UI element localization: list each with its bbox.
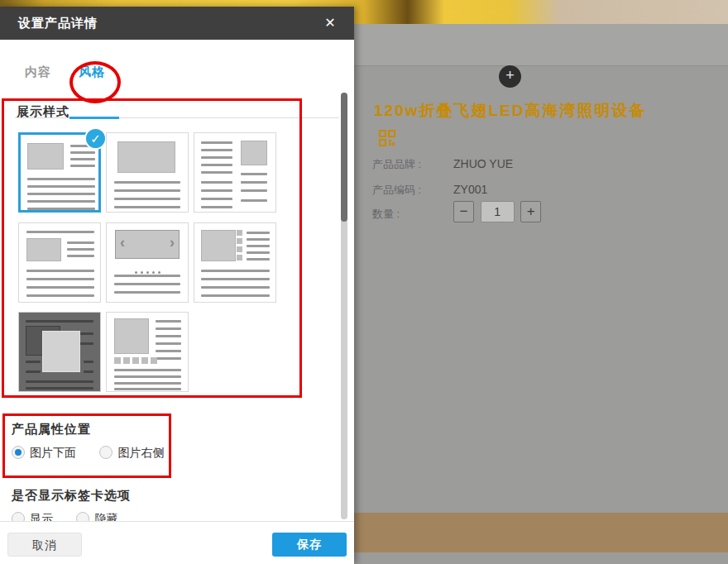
quantity-input[interactable]: 1	[481, 201, 515, 222]
display-style-heading: 展示样式	[17, 104, 69, 120]
lightbox-preview	[42, 331, 80, 372]
line	[70, 151, 95, 154]
line	[201, 164, 232, 166]
thumb-square	[237, 255, 242, 260]
radio-hide[interactable]: 隐藏	[76, 512, 117, 521]
page-top-bar	[354, 24, 728, 66]
quantity-stepper: − 1 +	[453, 201, 541, 222]
modal-header: 设置产品详情 ✕	[0, 7, 354, 40]
thumb-square	[141, 357, 148, 364]
radio-image-below[interactable]: 图片下面	[12, 446, 76, 461]
thumb-image	[26, 238, 61, 261]
line	[247, 232, 270, 234]
line	[247, 258, 270, 260]
thumb-image	[241, 141, 267, 165]
line	[26, 361, 41, 363]
line	[26, 387, 93, 390]
line	[241, 199, 267, 202]
scrollbar-thumb[interactable]	[341, 93, 347, 222]
line	[84, 370, 93, 373]
product-detail-settings-modal: 设置产品详情 ✕ 内容 风格 展示样式	[0, 7, 354, 564]
line	[67, 241, 94, 244]
save-button[interactable]: 保存	[272, 533, 347, 557]
line	[114, 382, 181, 385]
line	[156, 320, 181, 323]
selected-check-icon: ✓	[84, 127, 107, 150]
chevron-right-icon: ›	[170, 234, 175, 251]
line	[114, 291, 180, 294]
line	[26, 286, 94, 289]
tab-card-options: 显示 隐藏	[12, 511, 137, 521]
chevron-left-icon: ‹	[120, 234, 125, 251]
line	[201, 181, 232, 184]
quantity-plus-button[interactable]: +	[520, 201, 541, 222]
line	[241, 189, 267, 192]
line	[27, 200, 95, 203]
quantity-row: 数量 : − 1 +	[372, 207, 703, 222]
quantity-minus-button[interactable]: −	[453, 201, 474, 222]
radio-label: 隐藏	[94, 512, 117, 521]
line	[70, 158, 95, 160]
radio-unselected-icon	[12, 512, 25, 521]
line	[114, 375, 181, 378]
style-option-2-image-top[interactable]	[106, 132, 189, 213]
line	[26, 231, 94, 233]
line	[156, 342, 181, 345]
line	[27, 208, 95, 210]
page-footer-bar	[354, 513, 728, 552]
modal-title: 设置产品详情	[18, 16, 98, 31]
add-block-button[interactable]: +	[499, 65, 521, 88]
line	[114, 189, 180, 192]
line	[114, 181, 180, 184]
line	[156, 327, 181, 330]
thumb-image	[201, 230, 236, 261]
page-background: + 120w折叠飞翅LED高海湾照明设备 产品品牌 : ZHUO YUE	[354, 24, 728, 564]
style-option-4-title-image-left[interactable]	[18, 222, 101, 303]
line	[201, 171, 232, 174]
line	[114, 388, 181, 390]
screen: + 120w折叠飞翅LED高海湾照明设备 产品品牌 : ZHUO YUE	[0, 0, 728, 564]
attr-position-heading: 产品属性位置	[12, 422, 91, 437]
line	[201, 189, 232, 192]
style-option-3-text-left-image-right[interactable]	[194, 132, 276, 213]
code-label: 产品编码 :	[372, 184, 421, 196]
line	[201, 206, 232, 208]
line	[67, 255, 94, 257]
tab-content[interactable]: 内容	[25, 65, 51, 80]
brand-row: 产品品牌 : ZHUO YUE	[372, 157, 703, 172]
modal-scrollbar[interactable]	[341, 93, 347, 519]
line	[156, 357, 181, 360]
line	[241, 181, 267, 184]
line	[201, 141, 232, 144]
line	[201, 156, 232, 159]
line	[201, 270, 270, 272]
style-option-8-gallery-left-text-right[interactable]	[106, 312, 189, 392]
brand-label: 产品品牌 :	[372, 158, 421, 170]
style-option-1-image-left-text-right[interactable]: ✓	[18, 132, 101, 213]
line	[247, 238, 270, 241]
qrcode-icon	[379, 130, 396, 147]
style-option-5-carousel[interactable]: ‹ ›	[106, 222, 189, 303]
cancel-button[interactable]: 取消	[7, 533, 82, 557]
line	[26, 320, 93, 323]
line	[114, 283, 180, 285]
carousel-dots	[107, 265, 188, 280]
attr-position-options: 图片下面 图片右侧	[12, 445, 184, 461]
style-option-6-image-thumbs-text-right[interactable]	[194, 222, 276, 303]
brand-value: ZHUO YUE	[453, 157, 513, 170]
tab-style[interactable]: 风格	[79, 65, 105, 80]
code-value: ZY001	[453, 183, 487, 196]
line	[114, 275, 180, 277]
line	[201, 294, 270, 297]
style-option-7-dark-lightbox[interactable]	[18, 312, 101, 392]
thumb-image	[117, 141, 175, 173]
line	[201, 198, 232, 200]
line	[247, 251, 270, 254]
line	[70, 165, 95, 167]
radio-show[interactable]: 显示	[12, 512, 53, 521]
line	[156, 350, 181, 352]
thumb-square	[132, 357, 139, 364]
close-icon[interactable]: ✕	[321, 14, 339, 32]
line	[67, 248, 94, 251]
radio-image-right[interactable]: 图片右侧	[99, 446, 164, 461]
